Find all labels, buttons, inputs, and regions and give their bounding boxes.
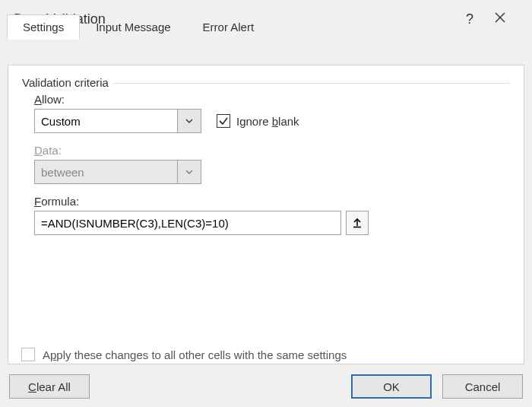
allow-label: Allow: xyxy=(34,93,510,106)
ignore-blank-label: Ignore blank xyxy=(236,115,299,128)
ignore-blank-checkbox[interactable]: Ignore blank xyxy=(217,114,299,128)
data-dropdown-button xyxy=(177,160,201,184)
chevron-down-icon xyxy=(185,170,193,174)
clear-all-button[interactable]: Clear All xyxy=(9,374,90,399)
formula-label: Formula: xyxy=(34,195,510,208)
close-button[interactable] xyxy=(482,12,518,26)
data-select xyxy=(34,160,201,184)
tab-settings[interactable]: Settings xyxy=(7,14,80,40)
help-button[interactable]: ? xyxy=(458,11,482,27)
data-select-input xyxy=(34,160,177,184)
collapse-dialog-button[interactable] xyxy=(346,211,369,235)
button-bar: Clear All OK Cancel xyxy=(0,366,532,407)
settings-panel: Validation criteria Allow: I xyxy=(8,65,524,364)
data-label: Data: xyxy=(34,144,510,157)
tab-strip: Settings Input Message Error Alert xyxy=(7,14,270,39)
allow-select[interactable] xyxy=(34,109,201,133)
allow-select-input[interactable] xyxy=(34,109,177,133)
formula-input[interactable] xyxy=(34,211,341,235)
data-validation-dialog: Data Validation ? Settings Input Message… xyxy=(0,0,532,407)
apply-to-others-label: Apply these changes to all other cells w… xyxy=(43,348,347,361)
tab-error-alert[interactable]: Error Alert xyxy=(187,14,271,39)
checkbox-box xyxy=(217,114,230,128)
collapse-icon xyxy=(352,218,363,228)
checkbox-box xyxy=(21,348,35,361)
tab-input-message[interactable]: Input Message xyxy=(80,14,186,39)
cancel-button[interactable]: Cancel xyxy=(442,374,523,399)
apply-to-others-checkbox: Apply these changes to all other cells w… xyxy=(21,348,347,361)
validation-criteria-label: Validation criteria xyxy=(22,76,113,89)
close-icon xyxy=(495,12,505,23)
checkmark-icon xyxy=(218,116,229,126)
allow-dropdown-button[interactable] xyxy=(177,109,201,133)
ok-button[interactable]: OK xyxy=(351,374,432,399)
chevron-down-icon xyxy=(185,119,193,123)
